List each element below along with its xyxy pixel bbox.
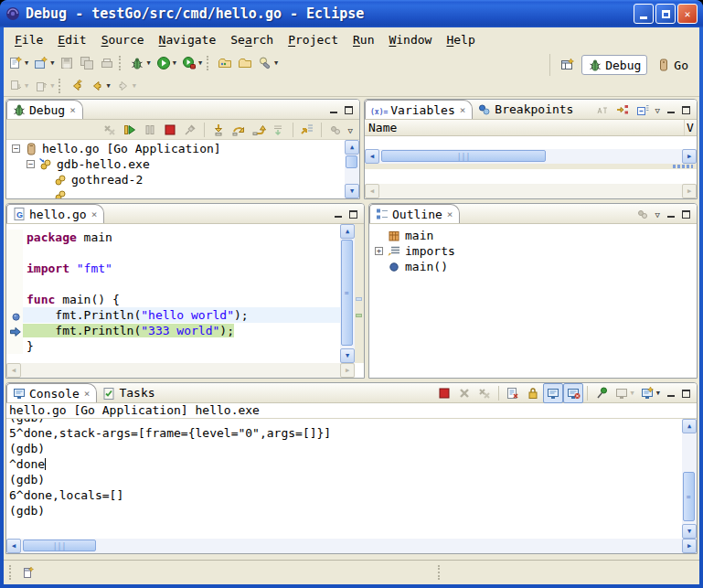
menu-window[interactable]: Window	[381, 30, 439, 49]
scroll-lock-button[interactable]	[523, 383, 543, 403]
dropdown-arrow-icon[interactable]: ▼	[25, 59, 28, 67]
menu-source[interactable]: Source	[94, 30, 152, 49]
dropdown-arrow-icon[interactable]: ▼	[631, 390, 634, 397]
new-project-button[interactable]: ▼	[31, 53, 57, 73]
editor-gutter[interactable]	[6, 307, 23, 323]
breakpoint-icon[interactable]	[10, 311, 19, 320]
overview-marker-breakpoint[interactable]	[356, 297, 362, 301]
tab-hello-go[interactable]: G hello.go ×	[6, 204, 104, 223]
dropdown-arrow-icon[interactable]: ▼	[133, 82, 136, 90]
maximize-view-button[interactable]	[680, 208, 692, 219]
editor-gutter[interactable]	[6, 276, 23, 292]
menu-run[interactable]: Run	[346, 30, 381, 49]
perspective-go-button[interactable]: Go	[651, 56, 694, 74]
minimize-view-button[interactable]	[665, 388, 676, 398]
new-wizard-button[interactable]: ▼	[5, 53, 31, 73]
tree-expander-icon[interactable]: −	[12, 144, 20, 153]
clear-console-button[interactable]	[503, 383, 523, 403]
close-button[interactable]: ✕	[677, 4, 698, 24]
minimize-view-button[interactable]	[327, 104, 339, 114]
editor-gutter[interactable]	[6, 292, 23, 307]
overview-ruler[interactable]	[355, 224, 364, 363]
close-icon[interactable]: ×	[69, 104, 76, 116]
folder-import-button[interactable]	[215, 53, 235, 73]
outline-item-main[interactable]: main	[369, 228, 697, 243]
open-console-button[interactable]: ▼	[637, 383, 663, 403]
console-vertical-scrollbar[interactable]: ▲ ≡ ▼	[682, 419, 697, 539]
tab-console[interactable]: Console ×	[6, 383, 97, 402]
tree-expander-icon[interactable]: −	[27, 160, 35, 168]
dropdown-arrow-icon[interactable]: ▼	[173, 59, 176, 67]
pin-console-button[interactable]	[591, 383, 612, 403]
debug-tree-item-gdb-hello.exe[interactable]: −gdb-hello.exe	[6, 156, 359, 172]
maximize-view-button[interactable]	[680, 104, 692, 114]
dropdown-arrow-icon[interactable]: ▼	[198, 59, 202, 67]
editor-gutter[interactable]	[6, 230, 23, 245]
close-icon[interactable]: ×	[460, 104, 466, 116]
back-button[interactable]: ▼	[87, 76, 112, 96]
dropdown-arrow-icon[interactable]: ▼	[50, 59, 54, 67]
tab-debug[interactable]: Debug ×	[6, 100, 83, 119]
debug-tree-item[interactable]	[6, 187, 359, 198]
debug-vertical-scrollbar[interactable]: ▲ ▼	[345, 140, 359, 198]
show-stderr-button[interactable]	[563, 383, 583, 403]
view-menu-button[interactable]: ▽	[653, 204, 663, 224]
maximize-view-button[interactable]	[680, 388, 692, 398]
overview-marker-current-line[interactable]	[356, 314, 362, 317]
outline-item-main[interactable]: main()	[369, 259, 697, 274]
editor-gutter[interactable]	[6, 245, 23, 261]
run-button[interactable]: ▼	[154, 53, 179, 73]
variables-tree-area[interactable]	[365, 136, 697, 149]
menu-project[interactable]: Project	[281, 30, 346, 49]
close-icon[interactable]: ×	[84, 388, 91, 400]
editor-gutter[interactable]	[6, 323, 23, 338]
tab-breakpoints[interactable]: Breakpoints	[473, 100, 580, 119]
dropdown-arrow-icon[interactable]: ▼	[106, 82, 110, 90]
tab-outline[interactable]: Outline ×	[369, 204, 460, 223]
minimize-button[interactable]	[634, 4, 654, 24]
step-over-button[interactable]	[229, 120, 249, 140]
step-filters-button[interactable]	[297, 120, 317, 140]
collapse-all-button[interactable]	[633, 100, 653, 120]
menu-edit[interactable]: Edit	[50, 30, 93, 49]
close-icon[interactable]: ×	[91, 208, 98, 220]
console-output[interactable]: (gdb) 5^done,stack-args=[frame={level="0…	[6, 419, 682, 539]
editor-gutter[interactable]	[6, 338, 23, 354]
maximize-view-button[interactable]	[343, 104, 355, 114]
menu-navigate[interactable]: Navigate	[152, 30, 224, 49]
show-stdout-button[interactable]	[543, 383, 563, 403]
minimize-view-button[interactable]	[665, 208, 676, 219]
menu-file[interactable]: File	[7, 30, 50, 49]
terminate-button[interactable]	[434, 383, 454, 403]
logical-structure-button[interactable]	[612, 100, 633, 120]
minimize-view-button[interactable]	[665, 104, 676, 114]
terminate-button[interactable]	[160, 120, 180, 140]
dropdown-arrow-icon[interactable]: ▼	[25, 82, 28, 90]
debug-button[interactable]: ▼	[127, 53, 153, 73]
tab-variables[interactable]: (x)= Variables ×	[365, 100, 473, 119]
maximize-button[interactable]	[655, 4, 676, 24]
fast-view-button[interactable]	[21, 565, 36, 580]
variables-detail-sash[interactable]	[365, 164, 697, 169]
view-menu-button[interactable]: ▽	[653, 100, 663, 120]
open-perspective-button[interactable]	[558, 55, 578, 75]
maximize-view-button[interactable]	[347, 208, 359, 219]
minimize-view-button[interactable]	[332, 208, 344, 219]
tree-expander-icon[interactable]: +	[375, 247, 383, 255]
dropdown-arrow-icon[interactable]: ▼	[274, 59, 278, 67]
folder-export-button[interactable]	[235, 53, 255, 73]
dropdown-arrow-icon[interactable]: ▼	[656, 390, 660, 397]
dropdown-arrow-icon[interactable]: ▼	[146, 59, 150, 67]
step-return-button[interactable]	[249, 120, 269, 140]
view-menu-button[interactable]: ▽	[346, 120, 356, 140]
variables-horizontal-scrollbar[interactable]: ◀ ||| ▶	[365, 149, 697, 164]
resume-button[interactable]	[120, 120, 140, 140]
console-horizontal-scrollbar[interactable]: ◀ ||| ▶	[6, 539, 697, 553]
menu-search[interactable]: Search	[223, 30, 281, 49]
close-icon[interactable]: ×	[447, 208, 453, 220]
debug-tree-item-gothread-2[interactable]: gothread-2	[6, 172, 359, 187]
search-button[interactable]: ▼	[255, 53, 281, 73]
perspective-debug-button[interactable]: Debug	[581, 55, 647, 75]
editor-gutter[interactable]	[6, 261, 23, 276]
menu-help[interactable]: Help	[439, 30, 482, 49]
